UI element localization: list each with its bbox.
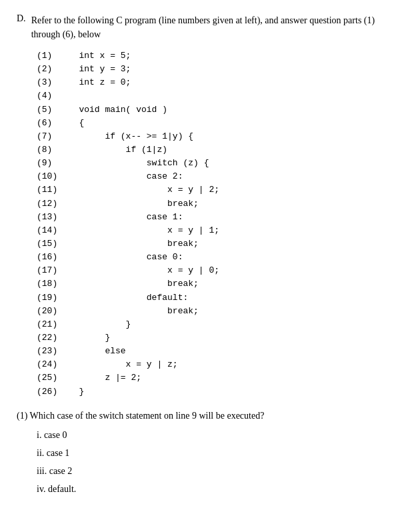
line-content: if (1|z) — [63, 143, 167, 157]
line-content: } — [63, 331, 110, 345]
answer-option: i. case 0 — [37, 428, 403, 442]
line-number: (25) — [37, 371, 63, 385]
code-line: (16) case 0: — [37, 251, 403, 264]
line-content: void main( void ) — [63, 103, 167, 117]
code-line: (18) break; — [37, 277, 403, 291]
line-number: (8) — [37, 143, 63, 157]
line-content: break; — [63, 237, 199, 251]
line-content: x = y | 1; — [63, 224, 219, 237]
line-number: (17) — [37, 264, 63, 277]
code-line: (23) else — [37, 345, 403, 358]
line-number: (1) — [37, 49, 63, 63]
line-content: case 0: — [63, 251, 183, 264]
line-number: (23) — [37, 345, 63, 358]
line-content: case 1: — [63, 211, 183, 224]
sub-question: (1) Which case of the switch statement o… — [17, 411, 403, 496]
line-number: (10) — [37, 170, 63, 183]
line-number: (26) — [37, 385, 63, 399]
line-number: (3) — [37, 76, 63, 89]
code-line: (26) } — [37, 385, 403, 399]
code-line: (3) int z = 0; — [37, 76, 403, 89]
line-content: int z = 0; — [63, 76, 131, 89]
code-line: (5) void main( void ) — [37, 103, 403, 117]
code-line: (20) break; — [37, 305, 403, 318]
code-line: (24) x = y | z; — [37, 358, 403, 371]
line-number: (6) — [37, 117, 63, 130]
line-content: z |= 2; — [63, 371, 141, 385]
line-content: } — [63, 385, 84, 399]
code-line: (4) — [37, 89, 403, 103]
line-content: int y = 3; — [63, 63, 131, 76]
line-number: (19) — [37, 291, 63, 305]
sub-questions-container: (1) Which case of the switch statement o… — [17, 411, 403, 496]
question-intro: Refer to the following C program (line n… — [31, 13, 403, 41]
code-line: (6) { — [37, 117, 403, 130]
code-line: (9) switch (z) { — [37, 157, 403, 170]
line-number: (14) — [37, 224, 63, 237]
line-number: (16) — [37, 251, 63, 264]
line-number: (4) — [37, 89, 63, 103]
line-content: } — [63, 318, 131, 331]
line-number: (2) — [37, 63, 63, 76]
line-content: x = y | z; — [63, 358, 178, 371]
sub-question-text: (1) Which case of the switch statement o… — [17, 411, 403, 421]
answer-options: i. case 0ii. case 1iii. case 2iv. defaul… — [37, 428, 403, 496]
answer-option: iv. default. — [37, 482, 403, 496]
code-line: (1) int x = 5; — [37, 49, 403, 63]
answer-option: iii. case 2 — [37, 464, 403, 478]
line-content: break; — [63, 305, 199, 318]
line-number: (5) — [37, 103, 63, 117]
question-label: D. — [17, 13, 26, 41]
code-line: (21) } — [37, 318, 403, 331]
line-content: default: — [63, 291, 188, 305]
line-number: (22) — [37, 331, 63, 345]
code-line: (13) case 1: — [37, 211, 403, 224]
code-line: (12) break; — [37, 197, 403, 211]
line-content: break; — [63, 197, 199, 211]
line-content: x = y | 0; — [63, 264, 219, 277]
code-line: (19) default: — [37, 291, 403, 305]
code-line: (8) if (1|z) — [37, 143, 403, 157]
code-line: (17) x = y | 0; — [37, 264, 403, 277]
code-line: (15) break; — [37, 237, 403, 251]
code-line: (2) int y = 3; — [37, 63, 403, 76]
line-number: (12) — [37, 197, 63, 211]
line-content: else — [63, 345, 126, 358]
question-header: D. Refer to the following C program (lin… — [17, 13, 403, 41]
line-number: (24) — [37, 358, 63, 371]
answer-option: ii. case 1 — [37, 446, 403, 460]
line-number: (21) — [37, 318, 63, 331]
line-number: (20) — [37, 305, 63, 318]
line-number: (9) — [37, 157, 63, 170]
question-container: D. Refer to the following C program (lin… — [17, 13, 403, 496]
line-number: (18) — [37, 277, 63, 291]
code-line: (25) z |= 2; — [37, 371, 403, 385]
line-number: (7) — [37, 130, 63, 143]
code-line: (7) if (x-- >= 1|y) { — [37, 130, 403, 143]
line-content: int x = 5; — [63, 49, 131, 63]
code-block: (1) int x = 5;(2) int y = 3;(3) int z = … — [37, 49, 403, 399]
line-content: { — [63, 117, 84, 130]
line-number: (11) — [37, 183, 63, 197]
code-line: (10) case 2: — [37, 170, 403, 183]
line-number: (15) — [37, 237, 63, 251]
code-line: (14) x = y | 1; — [37, 224, 403, 237]
line-content: if (x-- >= 1|y) { — [63, 130, 193, 143]
line-content: x = y | 2; — [63, 183, 219, 197]
line-number: (13) — [37, 211, 63, 224]
code-line: (11) x = y | 2; — [37, 183, 403, 197]
line-content: switch (z) { — [63, 157, 209, 170]
code-line: (22) } — [37, 331, 403, 345]
line-content: break; — [63, 277, 199, 291]
line-content: case 2: — [63, 170, 183, 183]
